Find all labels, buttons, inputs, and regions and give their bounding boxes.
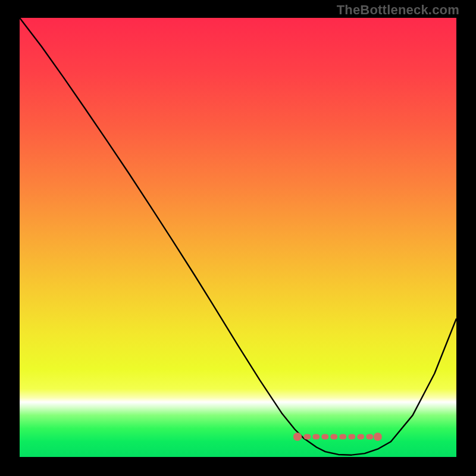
flat-bottom-marker-end-1 — [374, 433, 382, 441]
chart-background — [20, 18, 456, 457]
chart-svg — [20, 18, 456, 457]
watermark-text: TheBottleneck.com — [337, 2, 459, 18]
chart-plot-area — [20, 18, 456, 457]
chart-frame: TheBottleneck.com — [0, 0, 476, 476]
flat-bottom-marker-end-0 — [293, 433, 302, 441]
